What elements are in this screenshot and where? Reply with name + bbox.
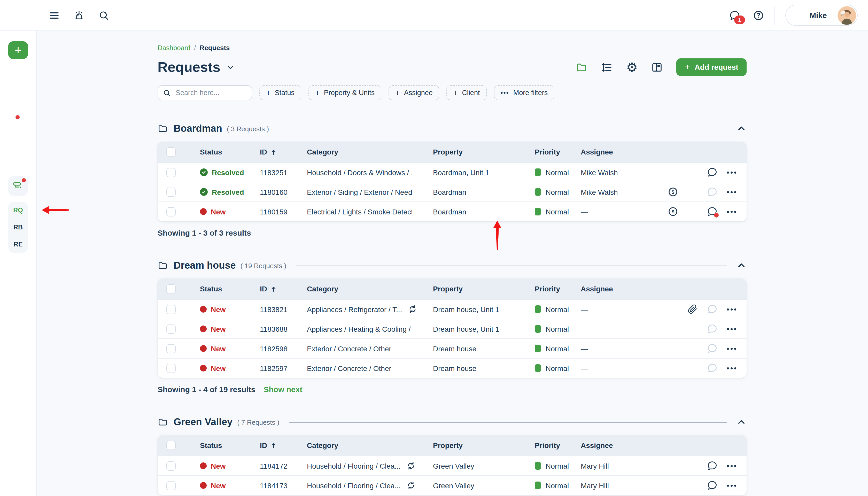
row-checkbox[interactable] [166, 481, 176, 490]
row-menu-button[interactable] [725, 328, 738, 330]
comment-icon[interactable] [705, 362, 719, 374]
table-row[interactable]: New 1183688 Appliances / Heating & Cooli… [158, 319, 747, 338]
search-input[interactable] [175, 88, 247, 97]
row-checkbox[interactable] [166, 363, 176, 373]
notification-dot [16, 115, 20, 119]
column-header-status[interactable]: Status [200, 441, 260, 450]
column-header-category[interactable]: Category [307, 148, 433, 156]
breadcrumb-separator: / [194, 44, 196, 52]
id-cell: 1183251 [260, 168, 307, 176]
table-row[interactable]: New 1182598 Exterior / Concrete / Other [158, 338, 747, 358]
row-checkbox[interactable] [166, 207, 176, 216]
group-by-folder-button[interactable] [576, 61, 587, 73]
column-header-id[interactable]: ID [260, 148, 307, 156]
create-new-button[interactable]: + [8, 41, 28, 59]
column-header-id[interactable]: ID [260, 285, 307, 293]
group-divider-line [289, 422, 727, 422]
column-header-property[interactable]: Property [433, 441, 535, 450]
column-header-assignee[interactable]: Assignee [581, 285, 656, 293]
title-dropdown-button[interactable] [226, 63, 235, 72]
table-row[interactable]: Resolved 1183251 Household / Doors & Win… [158, 162, 747, 182]
column-header-priority[interactable]: Priority [535, 285, 581, 293]
show-next-link[interactable]: Show next [264, 385, 302, 394]
row-menu-button[interactable] [725, 211, 738, 213]
user-menu-button[interactable]: Mike [785, 5, 858, 26]
column-header-id[interactable]: ID [260, 441, 307, 450]
collapse-group-button[interactable] [736, 123, 747, 134]
table-row[interactable]: New 1184172 Household / Flooring / Clea.… [158, 456, 747, 475]
filters-row: + Status + Property & Units + Assignee +… [158, 85, 747, 100]
group-header[interactable]: Green Valley ( 7 Requests ) [158, 415, 747, 429]
row-menu-button[interactable] [725, 465, 738, 467]
column-header-priority[interactable]: Priority [535, 148, 581, 156]
comment-icon[interactable] [705, 166, 719, 179]
row-checkbox[interactable] [166, 305, 176, 314]
select-all-checkbox[interactable] [166, 284, 176, 293]
money-icon[interactable]: $ [666, 186, 679, 198]
status-icon [200, 188, 208, 196]
layout-columns-button[interactable] [651, 61, 663, 73]
filter-chip[interactable]: + Assignee [389, 85, 439, 100]
column-header-property[interactable]: Property [433, 285, 535, 293]
row-checkbox[interactable] [166, 324, 176, 334]
messages-button[interactable]: 1 [729, 10, 740, 21]
collapse-group-button[interactable] [736, 260, 747, 271]
column-header-property[interactable]: Property [433, 148, 535, 156]
more-filters-chip[interactable]: ••• More filters [494, 85, 554, 100]
category-cell: Exterior / Concrete / Other [307, 362, 433, 374]
row-checkbox[interactable] [166, 344, 176, 353]
filter-chip[interactable]: + Property & Units [308, 85, 381, 100]
row-checkbox[interactable] [166, 168, 176, 177]
row-menu-button[interactable] [725, 484, 738, 486]
comment-icon[interactable] [705, 342, 719, 355]
filter-chip[interactable]: + Client [447, 85, 487, 100]
paperclip-icon[interactable] [686, 303, 699, 315]
comment-icon[interactable] [705, 460, 719, 472]
row-menu-button[interactable] [725, 171, 738, 173]
global-search-button[interactable] [98, 10, 110, 21]
row-menu-button[interactable] [725, 347, 738, 350]
column-header-assignee[interactable]: Assignee [581, 441, 656, 450]
submenu-item-rq[interactable]: RQ [13, 207, 23, 214]
submenu-item-re[interactable]: RE [14, 241, 23, 248]
filter-chip[interactable]: + Status [259, 85, 301, 100]
comment-icon[interactable] [705, 303, 719, 315]
submenu-item-rb[interactable]: RB [13, 224, 23, 231]
comment-icon[interactable] [705, 479, 719, 492]
row-actions: $ [656, 479, 747, 492]
settings-button[interactable]: ⚙ [626, 61, 638, 73]
column-header-assignee[interactable]: Assignee [581, 148, 656, 156]
table-row[interactable]: New 1184173 Household / Flooring / Clea.… [158, 475, 747, 495]
comment-icon[interactable] [705, 323, 719, 335]
column-header-priority[interactable]: Priority [535, 441, 581, 450]
row-menu-button[interactable] [725, 308, 738, 310]
column-header-category[interactable]: Category [307, 441, 433, 450]
row-checkbox[interactable] [166, 187, 176, 197]
table-row[interactable]: New 1180159 Electrical / Lights / Smoke … [158, 202, 747, 221]
help-button[interactable]: ? [753, 10, 764, 21]
table-row[interactable]: New 1182597 Exterior / Concrete / Other [158, 358, 747, 378]
column-header-status[interactable]: Status [200, 148, 260, 156]
sidebar-item-requests-active[interactable] [8, 176, 28, 196]
table-row[interactable]: Resolved 1180160 Exterior / Siding / Ext… [158, 182, 747, 202]
hamburger-menu-button[interactable] [49, 10, 60, 21]
row-menu-button[interactable] [725, 191, 738, 193]
table-row[interactable]: New 1183821 Appliances / Refrigerator / … [158, 299, 747, 319]
column-header-category[interactable]: Category [307, 285, 433, 293]
column-header-status[interactable]: Status [200, 285, 260, 293]
group-header[interactable]: Dream house ( 19 Requests ) [158, 259, 747, 272]
alarm-button[interactable] [73, 10, 85, 21]
comment-icon[interactable] [705, 205, 719, 218]
priority-label: Normal [546, 168, 569, 176]
select-all-checkbox[interactable] [166, 441, 176, 450]
comment-icon[interactable] [705, 186, 719, 198]
select-all-checkbox[interactable] [166, 147, 176, 157]
money-icon[interactable]: $ [666, 205, 679, 218]
group-header[interactable]: Boardman ( 3 Requests ) [158, 122, 747, 135]
sort-button[interactable] [601, 61, 613, 73]
add-request-button[interactable]: + Add request [677, 58, 747, 76]
collapse-group-button[interactable] [736, 417, 747, 427]
row-checkbox[interactable] [166, 461, 176, 470]
row-menu-button[interactable] [725, 367, 738, 369]
breadcrumb-dashboard-link[interactable]: Dashboard [158, 44, 190, 52]
